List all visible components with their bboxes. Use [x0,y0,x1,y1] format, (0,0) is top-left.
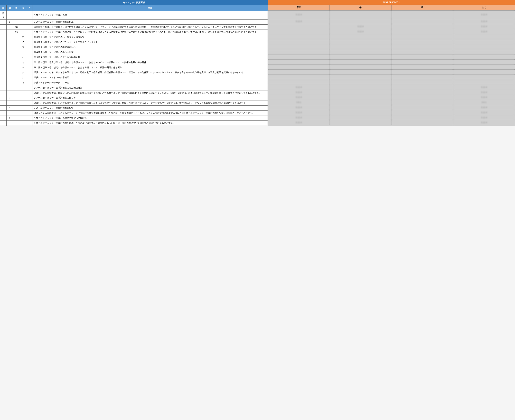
cell-index [13,121,20,126]
nist-cell [268,80,330,85]
nist-cell [391,65,453,70]
cell-text: 保護システム管理者は、保護システムの現状を正確に把握するためシステムセキュリティ… [33,90,268,95]
nist-cell: 3.12.4 [453,19,515,24]
cell-text: システムセキュリティ実装計画書を作成した場合及び防衛省からの求めがあった場合は、… [33,121,268,126]
nist-cell [330,34,391,39]
cell-index [26,65,33,70]
cell-index [26,55,33,60]
table-row: エ第４第２項第１号に規定する操作手順書 [0,50,268,55]
nist-cell [330,10,391,19]
table-row: オ第５第１項第１号に規定するアクセス制御方針 [0,55,268,60]
nist-cell [330,85,391,90]
table-row [268,75,515,80]
cell-index [26,45,33,50]
cell-index [0,35,7,40]
table-row: ３システムセキュリティ実装計画書の保存等 [0,95,268,100]
nist-cell [391,100,453,105]
nist-cell: 3.12.4 [453,110,515,115]
table-row: ４システムセキュリティ実装計画書の周知 [0,105,268,111]
cell-index [26,80,33,85]
table-row: 3.12.43.12.4 [268,120,515,125]
cell-index [0,121,7,126]
nist-cell [391,39,453,44]
col-条: 条 [13,5,20,11]
cell-index [0,30,7,35]
nist-cell: 3.12.4 [268,10,330,19]
cell-index [20,30,26,35]
cell-index [20,111,26,116]
col-項r: 項 [391,5,453,10]
left-panel-security-guidelines: セキュリティ実施要領 章 節 条 項 号 文章 第２システムセキュリティ実装計画… [0,0,268,126]
cell-index [13,35,20,40]
cell-index [26,60,33,65]
cell-index [20,85,26,90]
nist-cell: 3.12.4 [453,24,515,29]
nist-cell [453,39,515,44]
nist-cell [391,49,453,54]
cell-index [0,70,7,75]
table-row [268,59,515,65]
table-row: (2)システムセキュリティ実装計画書には、自社の保有又は使用する保護システムに関… [0,30,268,35]
cell-index [0,100,7,105]
cell-index [0,85,7,90]
cell-index [7,50,13,55]
table-row: ５システムセキュリティ実装計画書の防衛省への提出等 [0,116,268,121]
nist-cell [391,44,453,49]
table-row [268,39,515,44]
cell-index [13,60,20,65]
cell-index [7,35,13,40]
cell-index: (2) [13,30,20,35]
col-号: 号 [26,5,33,11]
table-row [268,49,515,54]
left-title: セキュリティ実施要領 [0,0,268,5]
nist-cell [330,110,391,115]
cell-index [0,25,7,30]
cell-index [26,100,33,105]
nist-cell [391,54,453,59]
cell-index [0,45,7,50]
cell-index: ３ [7,95,13,100]
cell-index [13,90,20,95]
cell-index [13,105,20,111]
nist-cell [330,100,391,105]
table-row: イ第３第２項第５号に規定するブラックリスト又はホワイトリスト [0,40,268,45]
nist-cell [391,75,453,80]
cell-index: キ [20,65,26,70]
cell-index [13,116,20,121]
cell-text: 第３第２項第５号に規定するブラックリスト又はホワイトリスト [33,40,268,45]
nist-cell [391,80,453,85]
cell-text: システムセキュリティ実装計画書の保存等 [33,95,268,100]
cell-text: システムセキュリティ実装計画書の作成 [33,20,268,25]
cell-text: 第７第３項第３号に規定する保護システムにおける各種のオフィス機器の利用に係る要件 [33,65,268,70]
cell-index [13,45,20,50]
cell-text: システムセキュリティ実装計画書 [33,11,268,20]
table-row [268,80,515,85]
cell-index [26,105,33,111]
cell-index [13,95,20,100]
nist-cell [268,59,330,65]
cell-index: １ [7,20,13,25]
cell-index [0,60,7,65]
nist-cell [391,70,453,75]
nist-cell: 3.12.4 [268,115,330,120]
cell-index [13,85,20,90]
cell-index [7,45,13,50]
nist-cell: 3.12.4 [453,10,515,19]
cell-index: オ [20,55,26,60]
nist-cell [453,54,515,59]
table-row: 3.12.43.12.4 [268,29,515,34]
cell-index [0,20,7,25]
left-header-row: 章 節 条 項 号 文章 [0,5,268,11]
nist-cell [453,49,515,54]
cell-index [20,20,26,25]
col-条r: 条 [330,5,391,10]
table-row: キ第７第３項第３号に規定する保護システムにおける各種のオフィス機器の利用に係る要… [0,65,268,70]
cell-text: システムセキュリティ実装計画書の周知 [33,105,268,111]
cell-index: ア [20,35,26,40]
nist-cell [391,120,453,125]
col-節: 節 [7,5,13,11]
table-row: 3.12.43.12.4 [268,105,515,110]
nist-cell: 3.12.4 [268,120,330,125]
cell-text: 保護システムのセキュリティを確保するための組織体制図（経営者等、総括者及び保護シ… [33,70,268,75]
nist-cell [391,90,453,95]
